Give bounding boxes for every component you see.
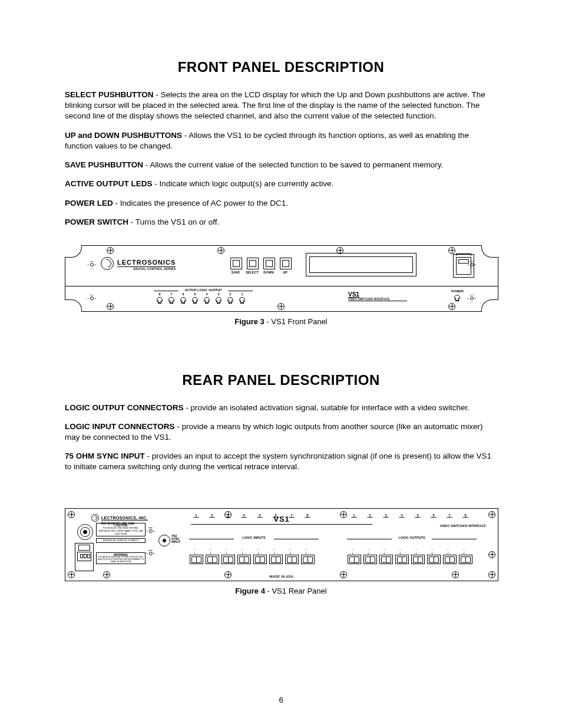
polarity: – + xyxy=(447,548,452,555)
terminal-connector[interactable] xyxy=(427,555,441,564)
screw-icon xyxy=(452,571,459,578)
terminal-connector[interactable] xyxy=(253,555,267,564)
screw-icon xyxy=(488,551,495,558)
polarity: – + xyxy=(226,548,230,555)
terminal-connector[interactable] xyxy=(395,555,409,564)
group-title: LOGIC OUTPUTS xyxy=(396,536,427,539)
led-icon xyxy=(157,297,163,303)
front-item-1: SELECT PUSHBUTTON - Selects the area on … xyxy=(65,90,497,122)
corner-cut xyxy=(481,245,498,258)
brand-name: LECTROSONICS xyxy=(117,259,176,267)
select-button[interactable] xyxy=(247,258,259,269)
polarity: – + xyxy=(384,548,388,555)
rear-item-2: LOGIC INPUT CONNECTORS - provide a means… xyxy=(65,421,497,443)
hex-screw-icon xyxy=(468,295,475,302)
figure-3-caption: Figure 3 - VS1 Front Panel xyxy=(65,317,497,327)
group-title: ACTIVE LOGIC OUTPUT xyxy=(183,288,223,292)
channel-number: 5 xyxy=(257,513,262,518)
figure-label: Figure 3 xyxy=(234,317,265,326)
terminal-connector[interactable] xyxy=(379,555,393,564)
power-led-icon xyxy=(454,295,460,301)
lcd-display xyxy=(306,253,416,276)
terminal-connector[interactable] xyxy=(237,555,251,564)
polarity: – + xyxy=(305,548,310,555)
hex-screw-icon xyxy=(88,261,95,269)
screw-icon xyxy=(224,571,232,578)
made-in-label: MADE IN USA xyxy=(270,575,294,578)
screw-icon xyxy=(448,247,455,254)
terminal-connector[interactable] xyxy=(443,555,457,564)
channel-number: 3 xyxy=(383,513,388,518)
front-item-6: POWER SWITCH - Turns the VS1 on or off. xyxy=(65,217,497,228)
button-label: SELECT xyxy=(246,271,259,274)
terminal-connector[interactable] xyxy=(363,555,377,564)
channel-number: 1 xyxy=(193,513,199,518)
body: - Allows the current value of the select… xyxy=(143,160,443,169)
hex-screw-icon xyxy=(88,295,95,302)
hex-screw-icon xyxy=(147,550,154,558)
terminal-connector[interactable] xyxy=(285,555,299,564)
terminal-connector[interactable] xyxy=(301,555,315,564)
corner-cut xyxy=(65,245,82,258)
channel-number: 1 xyxy=(351,513,356,518)
led-number: 2 xyxy=(229,292,231,296)
screw-icon xyxy=(217,247,224,254)
body: - Indicate which logic output(s) are cur… xyxy=(153,179,334,188)
down-button[interactable] xyxy=(263,258,275,269)
led-number: 6 xyxy=(182,292,184,296)
screw-icon xyxy=(277,303,285,310)
spec-label: 100/240V AC 50/60 HZ 25 WATTS xyxy=(96,538,146,543)
term: POWER SWITCH xyxy=(65,218,128,226)
screw-icon xyxy=(340,571,347,578)
figure-caption-text: - VS1 Rear Panel xyxy=(265,587,327,595)
terminal-connector[interactable] xyxy=(206,555,219,564)
channel-number: 7 xyxy=(289,513,294,518)
polarity: – + xyxy=(242,548,246,555)
caution-label: CAUTIONTO REDUCE THE RISK OF FIRE, REPLA… xyxy=(96,523,146,537)
term: UP and DOWN PUSHBUTTONS xyxy=(65,131,182,140)
model-sub: VIDEO SWITCHER INTERFACE xyxy=(348,298,407,301)
terminal-connector[interactable] xyxy=(411,555,425,564)
term: SELECT PUSHBUTTON xyxy=(65,90,154,99)
polarity: – + xyxy=(399,548,404,555)
channel-number: 5 xyxy=(415,513,420,518)
sync-label: 75Ω SYNC INPUT xyxy=(171,535,180,543)
screw-icon xyxy=(107,247,114,254)
channel-number: 6 xyxy=(431,513,436,518)
brand-subtitle: DIGITAL CONTROL SERIES xyxy=(117,267,176,271)
iec-power-inlet[interactable] xyxy=(75,543,94,571)
power-switch[interactable] xyxy=(453,254,474,278)
terminal-connector[interactable] xyxy=(190,555,203,564)
power-label: POWER xyxy=(451,289,464,293)
sync-input-bnc[interactable] xyxy=(158,535,170,546)
terminal-connector[interactable] xyxy=(348,555,361,564)
led-icon xyxy=(168,297,174,303)
polarity: – + xyxy=(463,548,468,555)
swirl-icon xyxy=(91,514,99,522)
term: 75 OHM SYNC INPUT xyxy=(65,452,145,460)
figure-4-caption: Figure 4 - VS1 Rear Panel xyxy=(65,586,497,597)
polarity: – + xyxy=(273,548,278,555)
fuse-holder-icon[interactable] xyxy=(77,524,93,540)
terminal-connector[interactable] xyxy=(222,555,235,564)
button-label: UP xyxy=(283,271,287,274)
polarity: – + xyxy=(415,548,420,555)
polarity: – + xyxy=(257,548,262,555)
up-button[interactable] xyxy=(280,258,292,269)
led-number: 5 xyxy=(194,292,196,296)
body: - Turns the VS1 on or off. xyxy=(128,218,219,226)
figure-caption-text: - VS1 Front Panel xyxy=(265,317,328,326)
screw-icon xyxy=(488,571,495,578)
warning-body: TO REDUCE THE RISK OF FIRE OR ELECTRIC S… xyxy=(98,556,144,562)
channel-number: 7 xyxy=(447,513,452,518)
terminal-connector[interactable] xyxy=(269,555,283,564)
save-button[interactable] xyxy=(230,258,242,269)
channel-number: 4 xyxy=(399,513,404,518)
polarity: – + xyxy=(352,548,356,555)
swirl-icon xyxy=(101,257,114,270)
terminal-connector[interactable] xyxy=(459,555,472,564)
brand-logo: LECTROSONICS DIGITAL CONTROL SERIES xyxy=(101,256,176,271)
polarity: – + xyxy=(194,548,199,555)
led-number: 4 xyxy=(206,292,207,296)
figure-4-rear-panel: LECTROSONICS, INC. RIO RANCHO, NM, USA C… xyxy=(65,508,498,581)
